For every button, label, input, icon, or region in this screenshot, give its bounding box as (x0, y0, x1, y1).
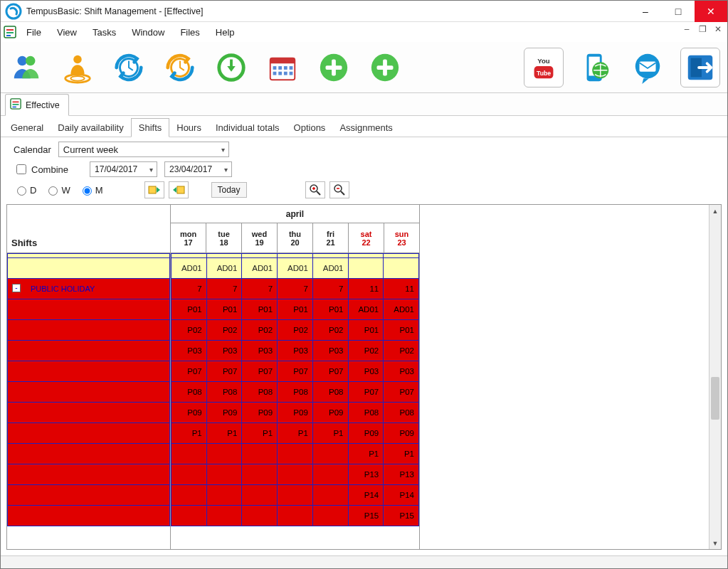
grid-cell[interactable] (278, 506, 313, 526)
grid-cell[interactable]: P07 (172, 361, 207, 382)
grid-cell[interactable]: P03 (312, 341, 348, 361)
exit-icon[interactable] (680, 48, 720, 87)
calendar-icon[interactable] (264, 49, 301, 86)
grid-cell[interactable]: P02 (242, 320, 278, 341)
grid-cell[interactable]: AD01 (312, 258, 348, 279)
grid-cell[interactable] (242, 485, 278, 506)
grid-cell[interactable]: P14 (384, 485, 419, 506)
grid-cell[interactable] (206, 444, 242, 464)
view-mode-month[interactable]: M (79, 184, 103, 196)
grid-cell[interactable]: P07 (206, 361, 242, 382)
grid-cell[interactable]: P09 (242, 403, 278, 423)
clock-cycle-orange-icon[interactable] (162, 49, 199, 86)
nav-prev-button[interactable] (144, 181, 164, 198)
grid-cell[interactable]: 11 (384, 279, 419, 299)
combine-checkbox[interactable]: Combine (14, 162, 68, 176)
zoom-out-button[interactable] (329, 181, 349, 198)
youtube-icon[interactable]: YouTube (524, 48, 564, 87)
grid-cell[interactable]: P15 (348, 506, 384, 526)
close-button[interactable]: ✕ (695, 1, 727, 22)
grid-cell[interactable]: P1 (278, 423, 313, 444)
tab-individual-totals[interactable]: Individual totals (209, 119, 287, 137)
grid-cell[interactable] (278, 464, 313, 485)
menu-files[interactable]: Files (174, 25, 205, 40)
scroll-up-button[interactable]: ▲ (709, 205, 721, 217)
mdi-close-button[interactable]: ✕ (712, 23, 724, 35)
grid-cell[interactable] (172, 506, 207, 526)
tab-options[interactable]: Options (287, 119, 333, 137)
grid-cell[interactable]: 7 (172, 279, 207, 299)
grid-cell[interactable]: 7 (278, 279, 313, 299)
date-from-input[interactable]: 17/04/2017 (90, 161, 157, 177)
grid-cell[interactable]: P01 (242, 299, 278, 320)
maximize-button[interactable]: □ (662, 1, 695, 22)
tab-daily-availability[interactable]: Daily availability (51, 119, 130, 137)
grid-cell[interactable]: P1 (348, 444, 384, 464)
today-button[interactable]: Today (211, 182, 247, 198)
menu-file[interactable]: File (21, 25, 47, 40)
grid-cell[interactable] (172, 485, 207, 506)
grid-cell[interactable]: P09 (312, 403, 348, 423)
grid-cell[interactable]: P03 (278, 341, 313, 361)
grid-cell[interactable]: P08 (206, 382, 242, 403)
date-to-input[interactable]: 23/04/2017 (164, 161, 232, 177)
grid-cell[interactable]: AD01 (172, 258, 207, 279)
vertical-scrollbar[interactable]: ▲ ▼ (709, 205, 721, 549)
grid-cell[interactable]: P01 (206, 299, 242, 320)
plus-icon[interactable] (315, 49, 352, 86)
grid-cell[interactable] (206, 464, 242, 485)
grid-cell[interactable]: P07 (348, 382, 384, 403)
grid-cell[interactable]: P07 (384, 382, 419, 403)
menu-help[interactable]: Help (210, 25, 241, 40)
grid-cell[interactable]: P08 (278, 382, 313, 403)
grid-cell[interactable]: P03 (242, 341, 278, 361)
scroll-down-button[interactable]: ▼ (709, 537, 721, 549)
grid-cell[interactable]: P08 (384, 403, 419, 423)
grid-cell[interactable] (206, 506, 242, 526)
grid-cell[interactable] (278, 444, 313, 464)
grid-cell[interactable] (312, 485, 348, 506)
grid-cell[interactable]: P15 (384, 506, 419, 526)
grid-cell[interactable]: P09 (278, 403, 313, 423)
grid-cell[interactable] (242, 464, 278, 485)
grid-cell[interactable] (206, 485, 242, 506)
grid-cell[interactable]: P07 (242, 361, 278, 382)
menu-view[interactable]: View (51, 25, 83, 40)
grid-cell[interactable]: P01 (348, 320, 384, 341)
grid-cell[interactable]: P1 (384, 444, 419, 464)
grid-cell[interactable]: AD01 (242, 258, 278, 279)
grid-cell[interactable]: P09 (384, 423, 419, 444)
tab-assignments[interactable]: Assignments (332, 119, 399, 137)
grid-cell[interactable]: P1 (242, 423, 278, 444)
grid-cell[interactable]: P1 (206, 423, 242, 444)
menu-tasks[interactable]: Tasks (87, 25, 122, 40)
grid-cell[interactable]: P01 (278, 299, 313, 320)
grid-cell[interactable]: P03 (172, 341, 207, 361)
menu-window[interactable]: Window (126, 25, 170, 40)
grid-cell[interactable] (348, 258, 384, 279)
grid-cell[interactable]: P02 (172, 320, 207, 341)
grid-cell[interactable]: P13 (348, 464, 384, 485)
grid-cell[interactable]: P01 (172, 299, 207, 320)
tree-collapse-icon[interactable]: - (12, 284, 21, 292)
grid-cell[interactable]: P1 (172, 423, 207, 444)
zoom-in-button[interactable] (305, 181, 325, 198)
nav-next-button[interactable] (169, 181, 189, 198)
clock-down-green-icon[interactable] (213, 49, 250, 86)
grid-cell[interactable]: P13 (384, 464, 419, 485)
view-mode-week[interactable]: W (45, 184, 70, 196)
grid-cell[interactable]: P09 (172, 403, 207, 423)
grid-cell[interactable]: P01 (312, 299, 348, 320)
grid-cell[interactable]: P14 (348, 485, 384, 506)
grid-cell[interactable]: P02 (384, 341, 419, 361)
grid-cell[interactable] (312, 464, 348, 485)
grid-cell[interactable] (172, 464, 207, 485)
calendar-combo[interactable]: Current week (58, 142, 229, 157)
mdi-minimize-button[interactable]: – (680, 23, 693, 35)
grid-cell[interactable]: AD01 (348, 299, 384, 320)
grid-cell[interactable] (384, 258, 419, 279)
grid-cell[interactable]: P09 (348, 423, 384, 444)
grid-cell[interactable]: P1 (312, 423, 348, 444)
grid-cell[interactable]: P09 (206, 403, 242, 423)
grid-cell[interactable]: P03 (348, 361, 384, 382)
